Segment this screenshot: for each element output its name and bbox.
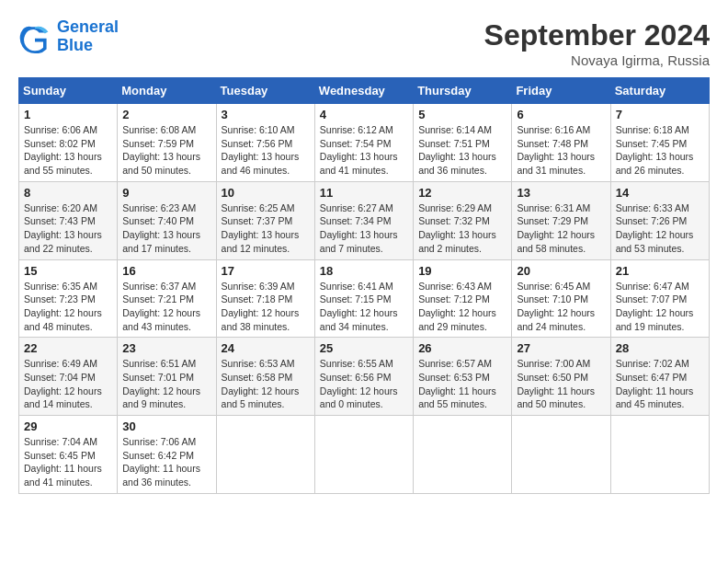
day-number: 19	[418, 264, 506, 278]
daylight: Daylight: 12 hours and 24 minutes.	[517, 306, 605, 333]
calendar-week-row: 1 Sunrise: 6:06 AM Sunset: 8:02 PM Dayli…	[19, 104, 710, 182]
table-row: 6 Sunrise: 6:16 AM Sunset: 7:48 PM Dayli…	[512, 104, 610, 182]
col-saturday: Saturday	[610, 78, 709, 104]
day-info: Sunrise: 6:45 AM Sunset: 7:10 PM Dayligh…	[517, 280, 605, 334]
calendar-week-row: 8 Sunrise: 6:20 AM Sunset: 7:43 PM Dayli…	[19, 181, 710, 259]
sunset: Sunset: 6:50 PM	[517, 371, 605, 385]
day-number: 4	[320, 108, 408, 121]
sunrise: Sunrise: 6:41 AM	[320, 280, 408, 293]
table-row	[512, 416, 610, 494]
table-row: 24 Sunrise: 6:53 AM Sunset: 6:58 PM Dayl…	[216, 338, 314, 416]
table-row: 18 Sunrise: 6:41 AM Sunset: 7:15 PM Dayl…	[314, 259, 413, 338]
day-info: Sunrise: 6:25 AM Sunset: 7:37 PM Dayligh…	[222, 201, 310, 256]
day-number: 23	[122, 341, 210, 355]
day-info: Sunrise: 6:20 AM Sunset: 7:43 PM Dayligh…	[24, 201, 112, 256]
day-number: 16	[122, 264, 210, 278]
sunrise: Sunrise: 6:20 AM	[24, 201, 112, 215]
sunset: Sunset: 6:58 PM	[222, 371, 310, 385]
sunrise: Sunrise: 6:18 AM	[616, 123, 704, 137]
table-row: 10 Sunrise: 6:25 AM Sunset: 7:37 PM Dayl…	[216, 181, 314, 259]
day-info: Sunrise: 7:02 AM Sunset: 6:47 PM Dayligh…	[616, 357, 704, 411]
sunset: Sunset: 7:37 PM	[222, 214, 310, 228]
daylight: Daylight: 12 hours and 9 minutes.	[122, 385, 210, 411]
day-info: Sunrise: 6:06 AM Sunset: 8:02 PM Dayligh…	[24, 123, 112, 178]
col-monday: Monday	[118, 78, 216, 104]
day-info: Sunrise: 6:35 AM Sunset: 7:23 PM Dayligh…	[24, 280, 112, 334]
location: Novaya Igirma, Russia	[484, 52, 710, 68]
sunset: Sunset: 7:40 PM	[122, 214, 210, 228]
sunset: Sunset: 7:54 PM	[320, 137, 408, 151]
day-info: Sunrise: 6:37 AM Sunset: 7:21 PM Dayligh…	[122, 280, 210, 334]
sunrise: Sunrise: 7:02 AM	[616, 357, 704, 371]
calendar-table: Sunday Monday Tuesday Wednesday Thursday…	[18, 77, 710, 494]
logo-text: General Blue	[57, 18, 119, 55]
sunset: Sunset: 7:10 PM	[517, 293, 605, 306]
day-number: 20	[517, 264, 605, 278]
sunset: Sunset: 7:59 PM	[122, 137, 210, 151]
sunrise: Sunrise: 7:00 AM	[517, 357, 605, 371]
sunrise: Sunrise: 6:31 AM	[517, 201, 605, 215]
sunset: Sunset: 7:01 PM	[122, 371, 210, 385]
sunset: Sunset: 7:34 PM	[320, 214, 408, 228]
table-row: 5 Sunrise: 6:14 AM Sunset: 7:51 PM Dayli…	[414, 104, 512, 182]
day-info: Sunrise: 6:10 AM Sunset: 7:56 PM Dayligh…	[222, 123, 310, 178]
month-title: September 2024	[484, 18, 710, 52]
day-number: 2	[122, 108, 210, 121]
day-info: Sunrise: 6:51 AM Sunset: 7:01 PM Dayligh…	[122, 357, 210, 411]
day-info: Sunrise: 6:53 AM Sunset: 6:58 PM Dayligh…	[222, 357, 310, 411]
sunrise: Sunrise: 6:43 AM	[418, 280, 506, 293]
sunrise: Sunrise: 6:06 AM	[24, 123, 112, 137]
daylight: Daylight: 13 hours and 22 minutes.	[24, 228, 112, 255]
sunrise: Sunrise: 6:49 AM	[24, 357, 112, 371]
table-row: 3 Sunrise: 6:10 AM Sunset: 7:56 PM Dayli…	[216, 104, 314, 182]
table-row: 14 Sunrise: 6:33 AM Sunset: 7:26 PM Dayl…	[610, 181, 709, 259]
day-info: Sunrise: 6:27 AM Sunset: 7:34 PM Dayligh…	[320, 201, 408, 256]
day-info: Sunrise: 6:31 AM Sunset: 7:29 PM Dayligh…	[517, 201, 605, 256]
table-row	[314, 416, 413, 494]
sunset: Sunset: 6:42 PM	[122, 449, 210, 463]
sunrise: Sunrise: 6:33 AM	[616, 201, 704, 215]
sunset: Sunset: 6:53 PM	[418, 371, 506, 385]
sunset: Sunset: 7:23 PM	[24, 293, 112, 306]
day-info: Sunrise: 6:29 AM Sunset: 7:32 PM Dayligh…	[418, 201, 506, 256]
daylight: Daylight: 12 hours and 58 minutes.	[517, 228, 605, 255]
sunrise: Sunrise: 6:27 AM	[320, 201, 408, 215]
sunrise: Sunrise: 6:10 AM	[222, 123, 310, 137]
logo: General Blue	[18, 18, 119, 55]
day-number: 15	[24, 264, 112, 278]
daylight: Daylight: 12 hours and 34 minutes.	[320, 306, 408, 333]
sunset: Sunset: 7:21 PM	[122, 293, 210, 306]
day-info: Sunrise: 6:43 AM Sunset: 7:12 PM Dayligh…	[418, 280, 506, 334]
sunrise: Sunrise: 6:12 AM	[320, 123, 408, 137]
sunset: Sunset: 7:12 PM	[418, 293, 506, 306]
table-row: 16 Sunrise: 6:37 AM Sunset: 7:21 PM Dayl…	[118, 259, 216, 338]
table-row: 19 Sunrise: 6:43 AM Sunset: 7:12 PM Dayl…	[414, 259, 512, 338]
table-row: 1 Sunrise: 6:06 AM Sunset: 8:02 PM Dayli…	[19, 104, 118, 182]
daylight: Daylight: 12 hours and 38 minutes.	[222, 306, 310, 333]
day-info: Sunrise: 6:18 AM Sunset: 7:45 PM Dayligh…	[616, 123, 704, 178]
daylight: Daylight: 12 hours and 53 minutes.	[616, 228, 704, 255]
daylight: Daylight: 13 hours and 2 minutes.	[418, 228, 506, 255]
daylight: Daylight: 13 hours and 55 minutes.	[24, 150, 112, 177]
sunset: Sunset: 7:07 PM	[616, 293, 704, 306]
day-info: Sunrise: 6:12 AM Sunset: 7:54 PM Dayligh…	[320, 123, 408, 178]
table-row: 29 Sunrise: 7:04 AM Sunset: 6:45 PM Dayl…	[19, 416, 118, 494]
col-wednesday: Wednesday	[314, 78, 413, 104]
day-number: 7	[616, 108, 704, 121]
day-number: 13	[517, 186, 605, 200]
table-row: 27 Sunrise: 7:00 AM Sunset: 6:50 PM Dayl…	[512, 338, 610, 416]
sunrise: Sunrise: 6:39 AM	[222, 280, 310, 293]
sunset: Sunset: 7:56 PM	[222, 137, 310, 151]
day-info: Sunrise: 6:14 AM Sunset: 7:51 PM Dayligh…	[418, 123, 506, 178]
day-number: 14	[616, 186, 704, 200]
daylight: Daylight: 13 hours and 17 minutes.	[122, 228, 210, 255]
sunrise: Sunrise: 6:53 AM	[222, 357, 310, 371]
daylight: Daylight: 11 hours and 55 minutes.	[418, 385, 506, 411]
day-number: 6	[517, 108, 605, 121]
daylight: Daylight: 11 hours and 41 minutes.	[24, 462, 112, 488]
sunrise: Sunrise: 6:47 AM	[616, 280, 704, 293]
sunset: Sunset: 7:43 PM	[24, 214, 112, 228]
col-sunday: Sunday	[19, 78, 118, 104]
daylight: Daylight: 12 hours and 29 minutes.	[418, 306, 506, 333]
day-number: 12	[418, 186, 506, 200]
